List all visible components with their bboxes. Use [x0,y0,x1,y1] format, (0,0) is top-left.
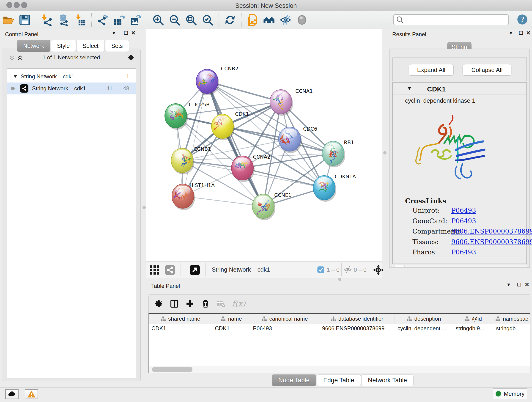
network-row[interactable]: String Network – cdk1 11 48 [7,83,136,95]
delete-column-icon[interactable] [201,299,210,308]
import-table-file-button[interactable] [74,13,87,26]
network-edge[interactable] [183,81,207,196]
help-button[interactable]: ? [517,14,528,26]
results-panel-menu-icon[interactable]: ▼ [509,31,513,35]
warning-button[interactable] [25,389,38,399]
network-node[interactable]: CCNB1 [171,146,211,174]
tab-edge-table[interactable]: Edge Table [317,375,361,386]
selected-checkbox-icon[interactable] [317,266,324,274]
table-row[interactable]: CDK1CDK1P064939606.ENSP00000378699cyclin… [149,324,530,333]
network-node[interactable]: CDK1 [211,111,249,140]
center-view-icon[interactable] [373,264,384,276]
tab-sets[interactable]: Sets [105,40,129,52]
left-splitter-handle[interactable] [143,206,146,209]
clone-network-button[interactable] [246,13,259,26]
section-collapse-icon[interactable] [407,86,412,91]
results-scrollbar-thumb[interactable] [394,265,405,267]
crosslink-label: Tissues: [412,238,439,246]
zoom-selected-button[interactable] [201,13,214,26]
save-session-button[interactable] [18,13,31,26]
tab-network[interactable]: Network [17,40,51,52]
hidden-eye-slash-icon[interactable] [344,266,352,274]
control-panel-float-icon[interactable]: ◻ [124,30,128,35]
column-header-namespac[interactable]: namespac [493,314,530,324]
cloud-icon [7,390,16,399]
export-network-button[interactable] [96,13,109,26]
network-share-icon[interactable] [165,264,176,275]
table-cell[interactable]: stringdb [493,324,530,333]
zoom-in-button[interactable] [152,13,165,26]
table-gear-icon[interactable] [154,299,163,308]
crosslink-link[interactable]: 9606.ENSP00000378699 [451,238,532,246]
crosslinks-title: CrossLinks [405,197,446,205]
crosslink-link[interactable]: P06493 [451,217,476,225]
tab-select[interactable]: Select [76,40,104,52]
table-cell[interactable]: P06493 [250,324,319,333]
protein-section: CDK1 cyclin–dependent kinase 1 [393,82,527,264]
table-cell[interactable]: CDK1 [212,324,250,333]
right-splitter-handle[interactable] [383,151,386,154]
show-columns-icon[interactable] [170,299,179,308]
tab-style[interactable]: Style [51,40,76,52]
memory-button[interactable]: Memory [493,389,527,399]
network-node[interactable]: CDC25B [165,102,210,130]
table-panel-menu-icon[interactable]: ▼ [506,282,511,287]
protein-section-header[interactable]: CDK1 [393,83,526,95]
network-node[interactable]: CCNA2 [231,154,270,182]
birdseye-view-icon[interactable] [189,264,200,275]
table-cell[interactable]: stringdb:9... [453,324,493,333]
column-header-shared-name[interactable]: shared name [149,314,212,324]
network-node[interactable]: RB1 [322,140,354,167]
crosslink-link[interactable]: P06493 [451,207,476,214]
zoom-fit-button[interactable] [185,13,197,26]
column-header-description[interactable]: description [395,314,453,324]
collapse-all-button[interactable]: Collapse All [462,64,511,76]
network-node[interactable]: HIST1H1A [172,176,215,210]
control-panel-menu-icon[interactable]: ▼ [112,31,116,35]
zoom-out-button[interactable] [168,13,181,26]
home-button[interactable] [263,13,275,26]
control-panel-close-icon[interactable]: ✕ [131,30,136,36]
search-input[interactable] [406,15,508,24]
network-node[interactable]: CDC6 [279,126,317,153]
horizontal-splitter-handle[interactable] [338,278,341,281]
table-cell[interactable]: cyclin–dependent ... [395,324,453,333]
table-scrollbar-thumb[interactable] [152,367,192,372]
network-node[interactable]: CCNE1 [252,192,291,220]
node-label: CCNA2 [253,154,270,160]
column-header-canonical-name[interactable]: canonical name [250,314,319,324]
table-panel-float-icon[interactable]: ◻ [517,281,521,287]
network-node[interactable]: CCNA1 [266,88,313,116]
column-header-database-identifier[interactable]: database identifier [319,314,395,324]
expand-all-button[interactable]: Expand All [409,64,454,76]
tab-network-table[interactable]: Network Table [361,375,414,386]
tab-node-table[interactable]: Node Table [272,375,316,386]
grid-mode-icon[interactable] [149,264,160,275]
export-table-button[interactable] [113,13,126,26]
show-hide-button[interactable] [279,13,292,26]
results-panel-close-icon[interactable]: ✕ [526,30,531,36]
export-image-button[interactable] [129,13,142,26]
import-network-file-button[interactable] [41,13,54,26]
network-node[interactable]: CDKN1A [313,174,356,202]
gear-icon[interactable] [127,54,134,61]
column-header-name[interactable]: name [212,314,250,324]
cloud-button[interactable] [5,389,19,399]
tree-expand-icon[interactable] [13,75,17,79]
import-network-database-button[interactable] [57,13,70,26]
refresh-button[interactable] [224,13,236,26]
help-icon: ? [517,14,528,25]
column-header-@id[interactable]: @id [453,314,493,324]
table-panel-close-icon[interactable]: ✕ [525,282,529,287]
crosslink-link[interactable]: 9606.ENSP00000378699 [451,228,532,235]
table-panel-title: Table Panel [151,283,180,289]
network-edge[interactable] [207,81,263,206]
crosslink-link[interactable]: P06493 [451,249,476,256]
open-session-button[interactable] [2,13,15,26]
network-collection-row[interactable]: String Network – cdk1 1 [7,71,136,82]
add-column-icon[interactable] [185,299,195,308]
table-cell[interactable]: 9606.ENSP00000378699 [319,324,395,333]
results-panel-float-icon[interactable]: ◻ [519,30,523,35]
network-canvas[interactable]: CCNB2CCNA1CDC25BCDK1CDC6RB1CCNB1CCNA2CDK… [146,29,382,261]
table-cell[interactable]: CDK1 [149,324,212,333]
